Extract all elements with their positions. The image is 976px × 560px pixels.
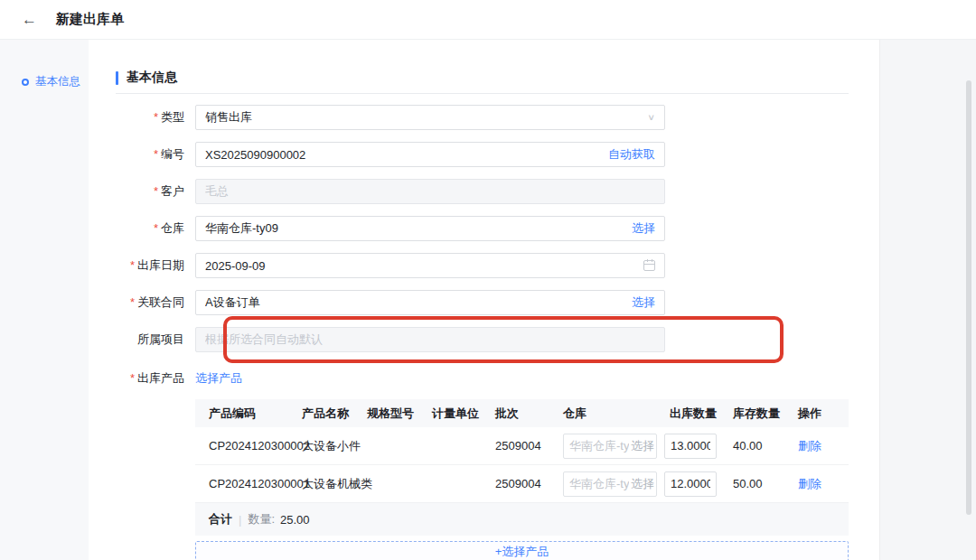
batch: 2509004 bbox=[488, 477, 556, 490]
calendar-icon bbox=[643, 260, 655, 271]
related-contract-input[interactable]: A设备订单 选择 bbox=[195, 290, 665, 315]
row-warehouse-picker-disabled: 华南仓库-ty09 选择 bbox=[563, 434, 657, 459]
warehouse-input[interactable]: 华南仓库-ty09 选择 bbox=[195, 216, 665, 241]
product-code: CP2024120300001 bbox=[195, 477, 295, 490]
col-outbound-qty: 出库数量 bbox=[662, 406, 726, 422]
anchor-sidebar: 基本信息 bbox=[0, 40, 89, 560]
anchor-ring-icon bbox=[22, 79, 29, 86]
table-header-row: 产品编码 产品名称 规格型号 计量单位 批次 仓库 出库数量 库存数量 操作 bbox=[195, 399, 849, 427]
delete-row-link[interactable]: 删除 bbox=[798, 477, 821, 490]
col-product-code: 产品编码 bbox=[195, 406, 295, 422]
vertical-scrollbar[interactable] bbox=[966, 80, 971, 515]
summary-qty-value: 25.00 bbox=[280, 513, 310, 527]
form-row-number: *编号 XS2025090900002 自动获取 bbox=[89, 142, 879, 167]
section-divider bbox=[116, 93, 849, 94]
col-stock-qty: 库存数量 bbox=[726, 406, 791, 422]
section-header: 基本信息 bbox=[116, 70, 879, 85]
related-contract-value: A设备订单 bbox=[205, 294, 632, 311]
basic-info-form: *类型 销售出库 ∨ *编号 XS2025090900002 自动获取 *客户 … bbox=[89, 105, 879, 387]
section-accent-bar bbox=[116, 71, 118, 85]
form-row-related-contract: *关联合同 A设备订单 选择 bbox=[89, 290, 879, 315]
section-title: 基本信息 bbox=[127, 70, 177, 86]
warehouse-select-link[interactable]: 选择 bbox=[632, 220, 655, 237]
table-row: CP2024120300001 大设备机械类 2509004 华南仓库-ty09… bbox=[195, 465, 849, 503]
add-product-button[interactable]: +选择产品 bbox=[195, 541, 849, 560]
customer-value: 毛总 bbox=[205, 183, 655, 200]
main-content: 基本信息 *类型 销售出库 ∨ *编号 XS2025090900002 自动获取… bbox=[89, 40, 879, 560]
required-marker: * bbox=[130, 258, 135, 272]
number-label: *编号 bbox=[89, 146, 184, 163]
type-select[interactable]: 销售出库 ∨ bbox=[195, 105, 665, 130]
outbound-qty-input[interactable] bbox=[664, 471, 717, 497]
sidebar-item-basic-info[interactable]: 基本信息 bbox=[0, 74, 89, 89]
required-marker: * bbox=[154, 184, 158, 198]
row-warehouse-select-link[interactable]: 选择 bbox=[631, 476, 654, 492]
stock-qty: 40.00 bbox=[726, 439, 791, 453]
project-placeholder: 根据所选合同自动默认 bbox=[205, 331, 655, 348]
project-label: 所属项目 bbox=[89, 331, 184, 348]
back-arrow-icon[interactable]: ← bbox=[22, 11, 40, 29]
summary-qty-label: 数量: bbox=[248, 511, 275, 527]
form-row-outbound-date: *出库日期 2025-09-09 bbox=[89, 253, 879, 278]
required-marker: * bbox=[130, 371, 135, 385]
top-bar: ← 新建出库单 bbox=[0, 0, 976, 40]
col-warehouse: 仓库 bbox=[556, 406, 662, 422]
form-row-project: 所属项目 根据所选合同自动默认 bbox=[89, 327, 879, 352]
col-unit: 计量单位 bbox=[425, 406, 488, 422]
table-summary-row: 合计 | 数量: 25.00 bbox=[195, 503, 849, 536]
warehouse-value: 华南仓库-ty09 bbox=[205, 220, 632, 237]
required-marker: * bbox=[130, 295, 135, 309]
outbound-date-label: *出库日期 bbox=[89, 257, 184, 274]
select-products-link[interactable]: 选择产品 bbox=[195, 370, 242, 387]
table-row: CP2024120300002 大设备小件 2509004 华南仓库-ty09 … bbox=[195, 427, 849, 465]
type-value: 销售出库 bbox=[205, 109, 647, 126]
form-row-customer: *客户 毛总 bbox=[89, 179, 879, 204]
batch: 2509004 bbox=[488, 439, 556, 453]
products-table: 产品编码 产品名称 规格型号 计量单位 批次 仓库 出库数量 库存数量 操作 C… bbox=[195, 399, 849, 536]
number-value: XS2025090900002 bbox=[205, 148, 608, 162]
related-contract-label: *关联合同 bbox=[89, 294, 184, 311]
required-marker: * bbox=[154, 147, 158, 161]
outbound-date-picker[interactable]: 2025-09-09 bbox=[195, 253, 665, 278]
col-product-name: 产品名称 bbox=[295, 406, 360, 422]
form-row-type: *类型 销售出库 ∨ bbox=[89, 105, 879, 130]
row-warehouse-picker-disabled: 华南仓库-ty09 选择 bbox=[563, 471, 657, 497]
delete-row-link[interactable]: 删除 bbox=[798, 439, 821, 453]
row-warehouse-select-link[interactable]: 选择 bbox=[631, 438, 654, 454]
contract-select-link[interactable]: 选择 bbox=[632, 294, 655, 311]
col-spec-model: 规格型号 bbox=[360, 406, 425, 422]
form-row-warehouse: *仓库 华南仓库-ty09 选择 bbox=[89, 216, 879, 241]
outbound-date-value: 2025-09-09 bbox=[205, 259, 643, 273]
product-name: 大设备机械类 bbox=[295, 476, 360, 492]
col-actions: 操作 bbox=[791, 406, 849, 422]
project-input-disabled: 根据所选合同自动默认 bbox=[195, 327, 665, 352]
form-row-products: *出库产品 选择产品 bbox=[89, 370, 879, 387]
type-label: *类型 bbox=[89, 109, 184, 126]
required-marker: * bbox=[154, 110, 158, 124]
outbound-qty-input[interactable] bbox=[664, 434, 717, 459]
summary-total-label: 合计 bbox=[209, 511, 232, 527]
products-label: *出库产品 bbox=[89, 370, 184, 387]
product-name: 大设备小件 bbox=[295, 438, 360, 454]
required-marker: * bbox=[154, 221, 158, 235]
page-title: 新建出库单 bbox=[56, 11, 124, 28]
auto-fetch-link[interactable]: 自动获取 bbox=[608, 146, 655, 163]
product-code: CP2024120300002 bbox=[195, 439, 295, 453]
customer-input-disabled: 毛总 bbox=[195, 179, 665, 204]
row-warehouse-value: 华南仓库-ty09 bbox=[569, 476, 629, 492]
row-warehouse-value: 华南仓库-ty09 bbox=[569, 438, 629, 454]
customer-label: *客户 bbox=[89, 183, 184, 200]
summary-separator: | bbox=[239, 513, 241, 527]
chevron-down-icon: ∨ bbox=[647, 112, 655, 122]
col-batch: 批次 bbox=[488, 406, 556, 422]
warehouse-label: *仓库 bbox=[89, 220, 184, 237]
add-product-button-label: +选择产品 bbox=[495, 544, 549, 560]
number-input[interactable]: XS2025090900002 自动获取 bbox=[195, 142, 665, 167]
stock-qty: 50.00 bbox=[726, 477, 791, 490]
right-gutter bbox=[879, 40, 976, 560]
sidebar-item-label: 基本信息 bbox=[35, 74, 80, 89]
